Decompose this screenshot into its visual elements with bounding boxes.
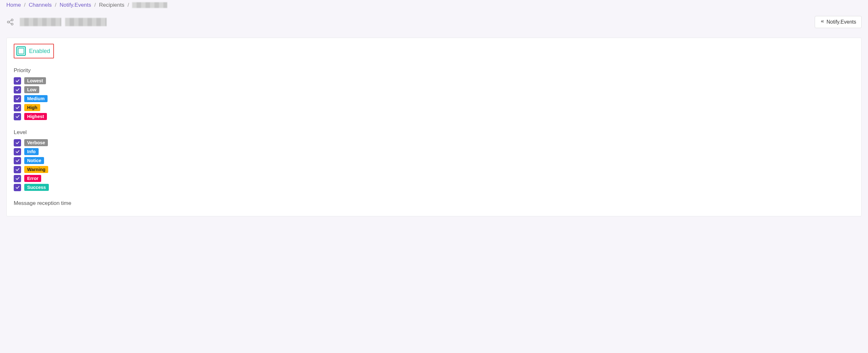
priority-title: Priority	[14, 67, 854, 74]
enabled-toggle-highlight: Enabled	[14, 44, 54, 58]
priority-checkbox[interactable]	[14, 95, 21, 102]
level-tag: Notice	[24, 157, 44, 164]
level-tag: Error	[24, 175, 41, 182]
level-checkbox[interactable]	[14, 184, 21, 191]
level-row: Success	[14, 183, 854, 191]
level-row: Info	[14, 148, 854, 155]
breadcrumb-sep: /	[55, 2, 57, 8]
svg-point-1	[11, 19, 13, 21]
level-checkbox[interactable]	[14, 139, 21, 147]
svg-point-0	[7, 21, 9, 23]
breadcrumb-home[interactable]: Home	[6, 2, 21, 8]
breadcrumb-channels[interactable]: Channels	[29, 2, 52, 8]
svg-point-2	[11, 23, 13, 25]
priority-row: Lowest	[14, 77, 854, 85]
priority-tag: Medium	[24, 95, 48, 102]
breadcrumb-sep: /	[94, 2, 96, 8]
level-tag: Verbose	[24, 139, 48, 146]
breadcrumb-sep: /	[24, 2, 26, 8]
level-row: Verbose	[14, 139, 854, 147]
priority-tag: Low	[24, 86, 39, 93]
priority-list: LowestLowMediumHighHighest	[14, 77, 854, 120]
level-checkbox[interactable]	[14, 148, 21, 155]
page-header: Notify.Events	[6, 13, 862, 38]
priority-tag: High	[24, 104, 40, 111]
level-list: VerboseInfoNoticeWarningErrorSuccess	[14, 139, 854, 191]
priority-checkbox[interactable]	[14, 77, 21, 85]
svg-line-3	[9, 21, 11, 22]
priority-checkbox[interactable]	[14, 86, 21, 93]
priority-tag: Lowest	[24, 77, 46, 84]
level-tag: Warning	[24, 166, 48, 173]
level-checkbox[interactable]	[14, 157, 21, 165]
share-icon	[6, 18, 14, 26]
breadcrumb-notify-events[interactable]: Notify.Events	[60, 2, 91, 8]
level-tag: Success	[24, 184, 49, 191]
level-checkbox[interactable]	[14, 175, 21, 182]
settings-card: Enabled Priority LowestLowMediumHighHigh…	[6, 38, 862, 216]
back-button-label: Notify.Events	[827, 19, 856, 25]
priority-row: High	[14, 104, 854, 111]
level-row: Notice	[14, 157, 854, 165]
level-row: Warning	[14, 166, 854, 173]
level-title: Level	[14, 129, 854, 136]
enabled-label: Enabled	[29, 48, 50, 55]
priority-checkbox[interactable]	[14, 104, 21, 111]
level-row: Error	[14, 175, 854, 182]
page-title-masked	[20, 18, 106, 26]
level-tag: Info	[24, 148, 39, 155]
back-to-notify-events-button[interactable]: Notify.Events	[815, 16, 862, 28]
breadcrumb: Home / Channels / Notify.Events / Recipi…	[6, 0, 862, 13]
svg-line-4	[9, 22, 11, 24]
enabled-checkbox[interactable]	[16, 46, 26, 56]
level-checkbox[interactable]	[14, 166, 21, 173]
priority-row: Low	[14, 86, 854, 93]
chevrons-left-icon	[820, 19, 825, 25]
breadcrumb-current-masked	[132, 2, 167, 8]
priority-row: Highest	[14, 113, 854, 120]
message-reception-title: Message reception time	[14, 200, 854, 206]
priority-tag: Highest	[24, 113, 47, 120]
priority-checkbox[interactable]	[14, 113, 21, 120]
priority-row: Medium	[14, 95, 854, 102]
breadcrumb-sep: /	[128, 2, 129, 8]
breadcrumb-recipients: Recipients	[99, 2, 124, 8]
